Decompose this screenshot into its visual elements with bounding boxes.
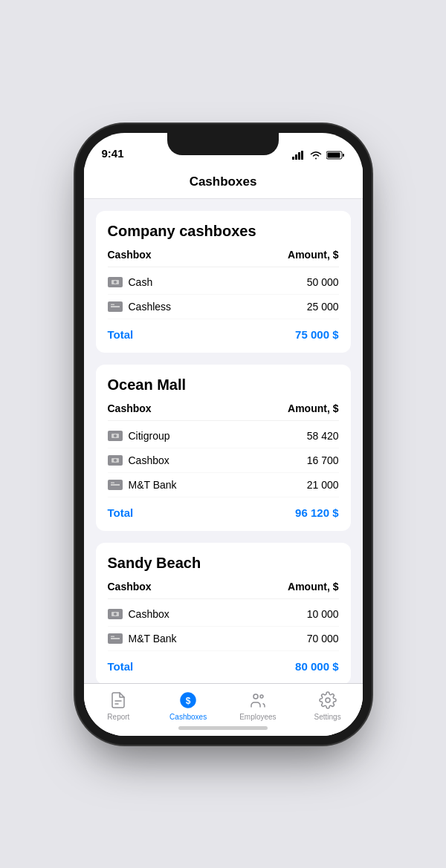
svg-rect-26: [111, 638, 120, 639]
svg-rect-0: [292, 157, 294, 160]
cash-icon: [108, 609, 123, 619]
row-value: 16 700: [307, 454, 339, 466]
svg-point-9: [114, 281, 117, 284]
sandy-col-cashbox: Cashbox: [108, 581, 152, 593]
sandy-col-amount: Amount, $: [288, 581, 338, 593]
settings-icon: [317, 690, 338, 711]
svg-point-18: [114, 459, 117, 462]
nav-title: Cashboxes: [84, 166, 363, 199]
ocean-mall-total-value: 96 120 $: [295, 506, 338, 519]
tab-report[interactable]: Report: [84, 684, 154, 721]
company-table-header: Cashbox Amount, $: [108, 249, 339, 267]
table-row[interactable]: Cashless 25 000: [108, 295, 339, 319]
company-col-amount: Amount, $: [288, 249, 338, 261]
row-label: Cashless: [108, 301, 172, 313]
sandy-beach-table-header: Cashbox Amount, $: [108, 581, 339, 599]
ocean-mall-table-header: Cashbox Amount, $: [108, 402, 339, 421]
table-row[interactable]: M&T Bank 21 000: [108, 473, 339, 497]
status-icons: [292, 151, 345, 160]
ocean-mall-card: Ocean Mall Cashbox Amount, $ Citigroup 5…: [96, 365, 351, 531]
sandy-beach-total-value: 80 000 $: [295, 660, 338, 673]
battery-icon: [326, 151, 345, 160]
company-total-row: Total 75 000 $: [108, 322, 339, 341]
status-time: 9:41: [102, 147, 124, 160]
employees-icon: [248, 690, 268, 711]
wifi-icon: [310, 151, 322, 160]
svg-point-15: [114, 434, 117, 437]
row-value: 25 000: [307, 301, 339, 313]
table-row[interactable]: Citigroup 58 420: [108, 424, 339, 448]
content-scroll[interactable]: Company cashboxes Cashbox Amount, $ Cash…: [84, 199, 363, 683]
svg-rect-20: [111, 484, 120, 486]
sandy-beach-title: Sandy Beach: [108, 555, 339, 572]
tab-settings-label: Settings: [314, 713, 341, 721]
row-label: Cashbox: [108, 608, 169, 620]
table-row[interactable]: Cashbox 16 700: [108, 448, 339, 473]
company-col-cashbox: Cashbox: [108, 249, 152, 261]
svg-text:$: $: [186, 695, 191, 705]
company-cashboxes-card: Company cashboxes Cashbox Amount, $ Cash…: [96, 211, 351, 353]
table-row[interactable]: Cash 50 000: [108, 270, 339, 295]
svg-rect-21: [111, 482, 114, 483]
cash-icon: [108, 277, 123, 287]
report-icon: [108, 690, 129, 711]
tab-cashboxes-label: Cashboxes: [169, 713, 207, 721]
svg-point-32: [253, 694, 258, 699]
row-label: Cashbox: [108, 454, 169, 466]
row-label: Citigroup: [108, 430, 170, 442]
ocean-col-amount: Amount, $: [288, 402, 338, 414]
tab-employees-label: Employees: [239, 713, 276, 721]
row-value: 10 000: [307, 608, 339, 620]
cashless-icon: [108, 301, 123, 312]
svg-rect-27: [111, 636, 114, 637]
ocean-mall-total-row: Total 96 120 $: [108, 500, 339, 519]
phone-frame: 9:41 Cashboxes: [84, 133, 363, 736]
cashless-icon: [108, 480, 123, 490]
table-row[interactable]: Cashbox 10 000: [108, 602, 339, 627]
ocean-mall-title: Ocean Mall: [108, 376, 339, 394]
svg-rect-1: [295, 154, 297, 160]
cash-icon: [108, 455, 123, 466]
tab-cashboxes[interactable]: $ Cashboxes: [153, 684, 223, 721]
cash-icon: [108, 431, 123, 441]
row-value: 21 000: [307, 479, 339, 491]
svg-rect-5: [343, 154, 344, 157]
signal-icon: [292, 151, 306, 160]
table-row[interactable]: M&T Bank 70 000: [108, 627, 339, 651]
screen: Cashboxes Company cashboxes Cashbox Amou…: [84, 166, 363, 736]
row-value: 58 420: [307, 430, 339, 442]
sandy-beach-card: Sandy Beach Cashbox Amount, $ Cashbox 10…: [96, 543, 351, 683]
svg-rect-12: [111, 304, 114, 305]
tab-employees[interactable]: Employees: [223, 684, 293, 721]
svg-rect-11: [111, 306, 120, 307]
ocean-col-cashbox: Cashbox: [108, 402, 152, 414]
row-label: M&T Bank: [108, 479, 177, 491]
svg-point-24: [114, 613, 117, 616]
svg-rect-2: [298, 152, 300, 160]
svg-rect-3: [301, 151, 303, 160]
row-value: 70 000: [307, 633, 339, 645]
cashboxes-icon: $: [178, 690, 198, 711]
notch: [167, 133, 279, 155]
tab-settings[interactable]: Settings: [293, 684, 363, 721]
row-value: 50 000: [307, 276, 339, 288]
company-total-value: 75 000 $: [295, 328, 338, 341]
svg-point-33: [260, 695, 263, 698]
company-total-label: Total: [108, 328, 134, 341]
ocean-mall-total-label: Total: [108, 506, 134, 519]
company-cashboxes-title: Company cashboxes: [108, 223, 339, 240]
svg-rect-6: [327, 152, 340, 157]
row-label: M&T Bank: [108, 633, 177, 645]
svg-point-34: [326, 698, 330, 702]
cashless-icon: [108, 633, 123, 644]
tab-report-label: Report: [107, 713, 129, 721]
row-label: Cash: [108, 276, 153, 288]
sandy-beach-total-label: Total: [108, 660, 134, 673]
sandy-beach-total-row: Total 80 000 $: [108, 654, 339, 673]
home-indicator: [178, 726, 268, 730]
